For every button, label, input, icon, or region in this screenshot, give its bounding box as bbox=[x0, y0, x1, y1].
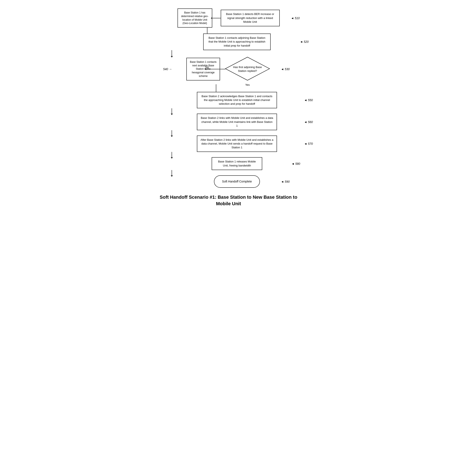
step580-label: Base Station 1 releases Mobile Unit, fre… bbox=[218, 160, 256, 167]
ref540-arrow: → bbox=[169, 68, 172, 71]
ref550-num: 550 bbox=[308, 98, 313, 102]
ref590-num: 590 bbox=[285, 180, 290, 183]
step530-diamond: Has first adjoining Base Station replied… bbox=[224, 56, 271, 82]
ref520-num: 520 bbox=[304, 40, 309, 43]
ref570-num: 570 bbox=[308, 142, 313, 145]
step550-box: Base Station 2 acknowledges Base Station… bbox=[197, 92, 277, 109]
ref530-num: 530 bbox=[285, 68, 290, 71]
ref560-arrow: ◄ bbox=[304, 120, 307, 124]
step520-label: Base Station 1 contacts adjoining Base S… bbox=[208, 36, 265, 47]
step560-box: Base Station 2 links with Mobile Unit an… bbox=[197, 114, 277, 130]
step530-label: Has first adjoining Base Station replied… bbox=[232, 65, 263, 73]
flowchart: Base Station 1 has determined relative g… bbox=[155, 8, 302, 188]
step590-oval: Soft Handoff Complete bbox=[214, 175, 260, 188]
step580-box: Base Station 1 releases Mobile Unit, fre… bbox=[212, 157, 262, 170]
step560-label: Base Station 2 links with Mobile Unit an… bbox=[201, 116, 273, 127]
step510-box: Base Station 1 detects BER increase or s… bbox=[221, 10, 280, 26]
ref560-num: 560 bbox=[308, 120, 313, 124]
no-label: No bbox=[205, 66, 209, 69]
ref540-num: 540 bbox=[163, 68, 168, 71]
page-container: Base Station 1 has determined relative g… bbox=[155, 4, 302, 216]
ref510-arrow: ◄ bbox=[291, 17, 294, 20]
ref550-arrow: ◄ bbox=[304, 98, 307, 102]
step570-label: After Base Station 2 links with Mobile U… bbox=[200, 138, 273, 149]
ref590-arrow: ◄ bbox=[281, 180, 284, 183]
yes-label: Yes bbox=[245, 83, 250, 86]
step520-box: Base Station 1 contacts adjoining Base S… bbox=[203, 34, 271, 50]
step550-label: Base Station 2 acknowledges Base Station… bbox=[201, 95, 272, 105]
step510-label: Base Station 1 detects BER increase or s… bbox=[226, 12, 274, 23]
geo-box-label: Base Station 1 has determined relative g… bbox=[181, 11, 208, 25]
page-title: Soft Handoff Scenario #1: Base Station t… bbox=[155, 194, 302, 207]
ref580-num: 580 bbox=[295, 162, 300, 165]
ref520-arrow: ◄ bbox=[300, 40, 303, 43]
step590-label: Soft Handoff Complete bbox=[222, 180, 252, 183]
ref570-arrow: ◄ bbox=[304, 142, 307, 145]
ref530-arrow: ◄ bbox=[281, 68, 284, 71]
geo-box: Base Station 1 has determined relative g… bbox=[178, 8, 212, 28]
ref580-arrow: ◄ bbox=[292, 162, 294, 165]
step570-box: After Base Station 2 links with Mobile U… bbox=[197, 136, 277, 152]
ref510-num: 510 bbox=[295, 17, 300, 20]
